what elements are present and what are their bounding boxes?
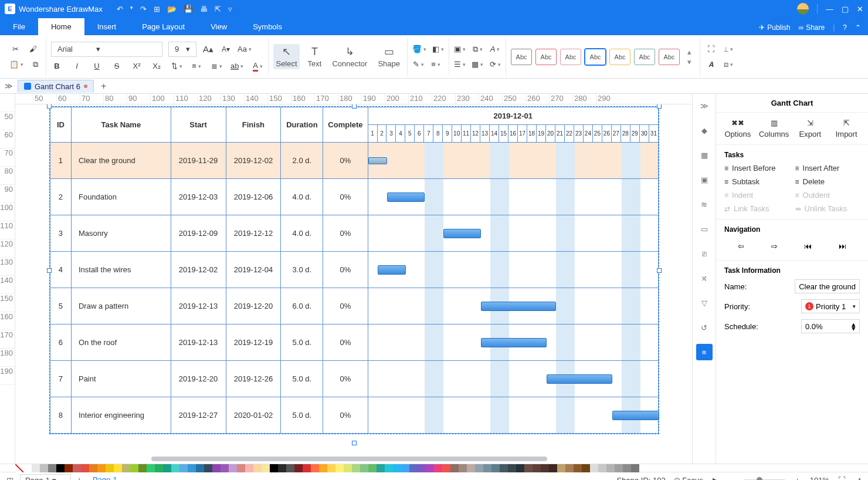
color-swatch[interactable]	[623, 464, 631, 472]
gantt-finish-cell[interactable]: 2020-01-02	[226, 397, 281, 434]
gantt-chart-cell[interactable]	[368, 143, 658, 179]
gantt-day-header[interactable]: 5	[405, 125, 415, 143]
gantt-complete-cell[interactable]: 0%	[323, 288, 368, 324]
gantt-col-header[interactable]: Task Name	[71, 107, 171, 143]
highlight-icon[interactable]: ab	[230, 60, 243, 72]
rail-shuffle-icon[interactable]: ⤨	[696, 270, 713, 286]
gantt-task-row[interactable]: 4Install the wires2019-12-022019-12-043.…	[50, 252, 659, 288]
new-icon[interactable]: ⊞	[154, 5, 160, 13]
gantt-start-cell[interactable]: 2019-12-02	[171, 252, 226, 288]
gantt-chart-cell[interactable]	[368, 397, 658, 434]
style-preset-4[interactable]: Abc	[585, 49, 606, 65]
gantt-bar[interactable]	[378, 265, 406, 275]
gantt-day-header[interactable]: 25	[592, 125, 602, 143]
color-swatch[interactable]	[335, 464, 344, 472]
paste-icon[interactable]: 📋	[9, 59, 23, 70]
menu-tab-page-layout[interactable]: Page Layout	[129, 18, 198, 35]
gantt-name-cell[interactable]: Draw a pattern	[71, 288, 171, 324]
color-swatch[interactable]	[615, 464, 623, 472]
color-swatch[interactable]	[23, 464, 32, 472]
help-icon[interactable]: ?	[843, 23, 847, 32]
gantt-duration-cell[interactable]: 5.0 d.	[281, 397, 323, 434]
gantt-bar[interactable]	[547, 374, 612, 384]
color-swatch[interactable]	[196, 464, 204, 472]
color-swatch[interactable]	[48, 464, 56, 472]
panel-options-button[interactable]: ✖✖Options	[721, 119, 754, 138]
gantt-day-header[interactable]: 31	[649, 125, 658, 143]
distribute-icon[interactable]: ▦	[472, 59, 483, 70]
unlink-tasks-button[interactable]: ⇹ Unlink Tasks	[795, 204, 860, 213]
color-swatch[interactable]	[130, 464, 138, 472]
line-spacing-icon[interactable]: ⇅	[171, 60, 182, 72]
add-tab-button[interactable]: +	[96, 81, 111, 92]
gantt-name-cell[interactable]: Masonry	[71, 215, 171, 252]
delete-button[interactable]: ≡ Delete	[795, 177, 860, 186]
color-swatch[interactable]	[368, 464, 377, 472]
gantt-name-cell[interactable]: Paint	[71, 361, 171, 397]
numbering-icon[interactable]: ≣	[211, 60, 222, 72]
gantt-chart-cell[interactable]	[368, 179, 658, 215]
selection-handle[interactable]	[657, 104, 662, 109]
color-swatch[interactable]	[179, 464, 188, 472]
color-swatch[interactable]	[303, 464, 311, 472]
undo-icon[interactable]: ↶	[117, 5, 123, 13]
color-swatch[interactable]	[393, 464, 401, 472]
gantt-bar[interactable]	[443, 229, 481, 238]
gantt-task-row[interactable]: 8Interior engineering2019-12-272020-01-0…	[50, 397, 659, 434]
nav-prev-button[interactable]: ⇦	[738, 242, 744, 251]
gantt-day-header[interactable]: 2	[377, 125, 386, 143]
collapse-ribbon-icon[interactable]: ⌃	[855, 23, 861, 32]
color-swatch[interactable]	[491, 464, 500, 472]
color-swatch[interactable]	[344, 464, 352, 472]
gantt-day-header[interactable]: 26	[602, 125, 611, 143]
color-swatch[interactable]	[549, 464, 557, 472]
rail-page-icon[interactable]: ▭	[696, 221, 713, 237]
color-swatch[interactable]	[229, 464, 237, 472]
connector-tool[interactable]: ↳Connector	[330, 44, 369, 69]
color-swatch[interactable]	[582, 464, 590, 472]
outdent-button[interactable]: ≡ Outdent	[795, 191, 860, 200]
gantt-bar[interactable]	[481, 338, 547, 347]
page-tab-button[interactable]: Page-1	[88, 474, 131, 480]
rail-gantt-icon[interactable]: ≡	[696, 344, 713, 360]
color-swatch[interactable]	[483, 464, 491, 472]
tabs-scroll-icon[interactable]: ≫	[2, 82, 15, 90]
rail-layers-icon[interactable]: ≋	[696, 196, 713, 212]
no-color-swatch[interactable]	[15, 464, 23, 472]
color-swatch[interactable]	[163, 464, 171, 472]
color-swatch[interactable]	[500, 464, 508, 472]
color-swatch[interactable]	[598, 464, 606, 472]
gantt-duration-cell[interactable]: 5.0 d.	[281, 361, 323, 397]
color-swatch[interactable]	[418, 464, 426, 472]
bullets-icon[interactable]: ≡	[191, 60, 202, 72]
gantt-finish-cell[interactable]: 2019-12-19	[226, 324, 281, 361]
gantt-task-row[interactable]: 7Paint2019-12-202019-12-265.0 d.0%	[50, 361, 659, 397]
color-swatch[interactable]	[590, 464, 598, 472]
shadow-icon[interactable]: ◧	[432, 43, 444, 55]
gantt-bar[interactable]	[368, 157, 387, 164]
gantt-duration-cell[interactable]: 4.0 d.	[281, 215, 323, 252]
color-swatch[interactable]	[212, 464, 221, 472]
gantt-finish-cell[interactable]: 2019-12-12	[226, 215, 281, 252]
style-preset-2[interactable]: Abc	[535, 49, 557, 65]
gantt-name-cell[interactable]: On the roof	[71, 324, 171, 361]
position-icon[interactable]: 𝘼	[705, 59, 717, 70]
fill-icon[interactable]: 🪣	[412, 43, 426, 55]
gantt-finish-cell[interactable]: 2019-12-06	[226, 179, 281, 215]
color-swatch[interactable]	[32, 464, 40, 472]
color-swatch[interactable]	[138, 464, 147, 472]
export-icon[interactable]: ⇱	[215, 5, 221, 13]
gantt-start-cell[interactable]: 2019-11-29	[171, 143, 226, 179]
share-button[interactable]: ∞ Share	[799, 23, 825, 32]
line-style-icon[interactable]: ≡	[430, 59, 442, 70]
gantt-day-header[interactable]: 6	[415, 125, 424, 143]
color-swatch[interactable]	[253, 464, 262, 472]
gantt-task-row[interactable]: 5Draw a pattern2019-12-132019-12-206.0 d…	[50, 288, 659, 324]
rail-pos-icon[interactable]: ⎚	[696, 245, 713, 262]
italic-icon[interactable]: I	[71, 60, 83, 72]
gantt-day-header[interactable]: 16	[508, 125, 518, 143]
play-icon[interactable]: ▶	[711, 476, 720, 481]
style-preset-5[interactable]: Abc	[609, 49, 630, 65]
gantt-day-header[interactable]: 9	[443, 125, 452, 143]
gantt-day-header[interactable]: 19	[537, 125, 546, 143]
